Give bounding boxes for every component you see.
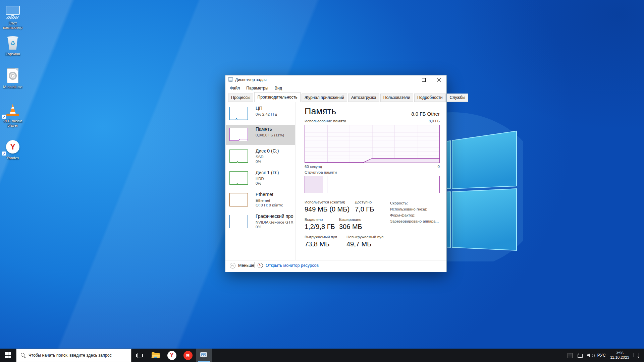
tab-processes[interactable]: Процессы — [228, 94, 253, 102]
sidebar-item-title: Диск 1 (D:) — [256, 170, 279, 175]
yandex-browser-button[interactable]: Y — [164, 349, 180, 362]
desktop-icon-vlc[interactable]: ↗ VLC media player — [0, 102, 25, 128]
taskbar-search[interactable] — [16, 349, 131, 362]
clock[interactable]: 3:56 11.10.2023 — [610, 351, 629, 360]
app-icon — [228, 77, 233, 82]
sidebar-item-sub: NVIDIA GeForce GTX 660 — [256, 220, 294, 224]
shortcut-arrow-icon: ↗ — [2, 152, 6, 156]
disk1-mini-graph — [229, 171, 248, 185]
yandex-app-icon: Я — [183, 351, 193, 360]
search-input[interactable] — [29, 353, 131, 358]
action-center-icon[interactable] — [634, 353, 639, 358]
shortcut-arrow-icon: ↗ — [2, 115, 6, 119]
sidebar-item-ethernet[interactable]: Ethernet Ethernet О: 0 П: 0 кбит/с — [226, 190, 295, 210]
folder-icon — [152, 352, 160, 358]
maximize-button[interactable] — [416, 75, 431, 84]
cpu-mini-graph — [229, 107, 248, 120]
task-manager-window: Диспетчер задач Файл Параметры Вид Проце… — [225, 75, 447, 272]
recycle-bin-icon: ♻ — [0, 35, 25, 51]
tray-grid-icon[interactable] — [568, 353, 573, 358]
open-resource-monitor-link[interactable]: Открыть монитор ресурсов — [266, 263, 319, 268]
start-button[interactable] — [0, 349, 16, 362]
title-bar[interactable]: Диспетчер задач — [225, 75, 446, 84]
windows-start-icon — [5, 352, 11, 358]
iso-file-icon — [0, 68, 25, 84]
stat-paged-pool: Выгружаемый пул 73,8 МБ — [305, 235, 337, 248]
sidebar-item-sub2: О: 0 П: 0 кбит/с — [256, 203, 283, 207]
sidebar-item-gpu[interactable]: Графический про NVIDIA GeForce GTX 660 0… — [226, 212, 295, 232]
usage-graph-max: 8,0 ГБ — [429, 119, 440, 123]
stat-committed: Выделено 1,2/9,8 ГБ — [305, 218, 335, 231]
yandex-app-button[interactable]: Я — [180, 349, 196, 362]
tab-performance[interactable]: Производительность — [254, 92, 300, 102]
info-hardware-reserved: Зарезервировано аппара... — [390, 218, 439, 224]
task-view-icon — [136, 353, 143, 358]
tab-startup[interactable]: Автозагрузка — [348, 94, 379, 102]
tab-services[interactable]: Службы — [447, 94, 469, 102]
yandex-browser-icon: Y — [167, 351, 176, 360]
sidebar-item-title: Диск 0 (C:) — [256, 148, 279, 154]
usage-graph-label: Использование памяти — [305, 119, 346, 123]
stat-in-use: Используется (сжатая) 949 МБ (0 МБ) — [305, 200, 350, 213]
sidebar-item-disk1[interactable]: Диск 1 (D:) HDD 0% — [226, 169, 295, 189]
desktop-icon-label: VLC media player — [0, 119, 25, 128]
sidebar-item-disk0[interactable]: Диск 0 (C:) SSD 0% — [226, 147, 295, 167]
composition-label: Структура памяти — [305, 170, 337, 174]
stat-nonpaged-pool: Невыгружаемый пул 49,7 МБ — [346, 235, 383, 248]
recycle-glyph: ♻ — [10, 41, 15, 46]
sidebar-item-cpu[interactable]: ЦП 0% 2,42 ГГц — [226, 104, 295, 124]
composition-segment — [327, 176, 439, 193]
volume-icon[interactable] — [587, 353, 593, 358]
memory-usage-graph — [305, 125, 440, 163]
menu-bar: Файл Параметры Вид — [225, 84, 446, 92]
tab-strip: Процессы Производительность Журнал прило… — [225, 92, 446, 102]
sidebar-item-title: ЦП — [256, 106, 262, 111]
desktop-icon-recycle-bin[interactable]: ♻ Корзина — [0, 35, 25, 56]
search-icon — [20, 353, 26, 358]
taskbar: Y Я РУС 3:56 11.10.2023 — [0, 349, 644, 362]
disk0-mini-graph — [229, 149, 248, 163]
desktop-icon-this-pc[interactable]: Этот компьютер — [0, 4, 25, 30]
tab-app-history[interactable]: Журнал приложений — [302, 94, 347, 102]
task-manager-icon — [200, 352, 208, 358]
panel-title: Память — [305, 106, 336, 117]
network-icon[interactable] — [577, 353, 583, 358]
info-form-factor: Форм-фактор: — [390, 212, 439, 218]
desktop-icon-minstall-iso[interactable]: MInstall.iso — [0, 68, 25, 89]
tab-users[interactable]: Пользователи — [380, 94, 413, 102]
window-title: Диспетчер задач — [235, 75, 267, 84]
clock-time: 3:56 — [616, 351, 623, 356]
sidebar-item-sub2: 0% — [256, 225, 261, 229]
minimize-button[interactable] — [401, 75, 416, 84]
sidebar-item-sub: 0% 2,42 ГГц — [256, 112, 277, 116]
language-indicator[interactable]: РУС — [597, 353, 606, 358]
fewer-details-button[interactable]: Меньше — [238, 263, 254, 268]
composition-segment — [323, 176, 327, 193]
info-speed: Скорость: — [390, 200, 439, 206]
system-tray: РУС 3:56 11.10.2023 — [568, 349, 644, 362]
sidebar-item-memory[interactable]: Память 0,9/8,0 ГБ (11%) — [226, 125, 295, 145]
tab-details[interactable]: Подробности — [414, 94, 446, 102]
memory-capacity: 8,0 ГБ Other — [411, 111, 440, 117]
menu-options[interactable]: Параметры — [246, 86, 268, 90]
yandex-letter: Y — [10, 143, 15, 151]
desktop-icon-yandex[interactable]: Y ↗ Yandex — [0, 139, 25, 160]
gpu-mini-graph — [229, 215, 248, 228]
desktop-icon-label: Этот компьютер — [0, 21, 25, 30]
menu-file[interactable]: Файл — [230, 86, 240, 90]
task-view-button[interactable] — [131, 349, 148, 362]
sidebar-item-sub: SSD — [256, 155, 264, 159]
ethernet-mini-graph — [229, 193, 248, 206]
menu-view[interactable]: Вид — [275, 86, 282, 90]
yandex-icon: Y ↗ — [0, 139, 25, 155]
x-axis-right-label: 0 — [438, 165, 440, 169]
task-manager-button[interactable] — [196, 349, 212, 362]
file-explorer-button[interactable] — [148, 349, 164, 362]
resource-monitor-icon — [258, 263, 263, 268]
footer-separator — [254, 262, 255, 268]
composition-segment — [305, 176, 323, 193]
sidebar-item-sub: 0,9/8,0 ГБ (11%) — [256, 133, 284, 137]
close-button[interactable] — [431, 75, 446, 84]
chevron-up-icon[interactable] — [230, 263, 235, 268]
sidebar-item-sub2: 0% — [256, 181, 261, 185]
